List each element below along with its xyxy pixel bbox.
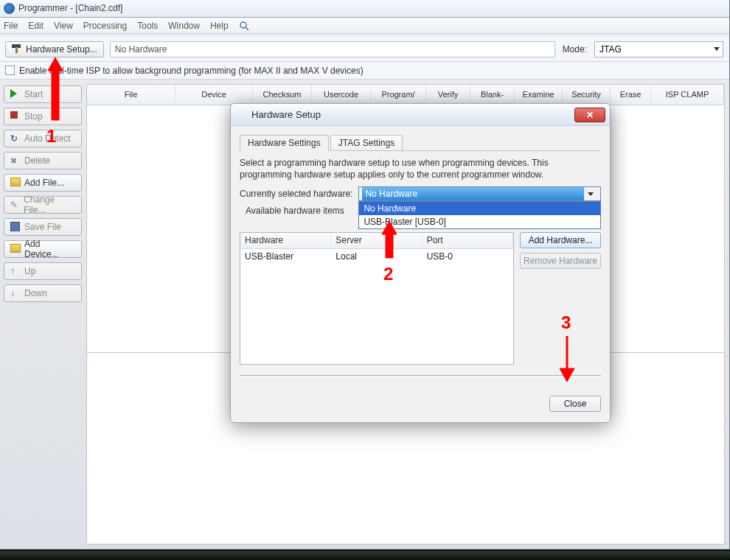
change-file-button[interactable]: Change File...: [4, 196, 82, 214]
menu-help[interactable]: Help: [210, 21, 229, 31]
search-icon[interactable]: [239, 21, 249, 31]
col-erase[interactable]: Erase: [611, 85, 651, 105]
dialog-titlebar[interactable]: Hardware Setup ✕: [231, 104, 610, 126]
edit-icon: [10, 200, 20, 210]
mode-label: Mode:: [561, 44, 588, 55]
folder-icon: [10, 244, 21, 254]
chevron-down-icon: [714, 47, 720, 51]
hardware-row[interactable]: USB-Blaster Local USB-0: [240, 249, 513, 264]
hardware-setup-button[interactable]: Hardware Setup...: [5, 41, 104, 57]
dropdown-option-usb-blaster[interactable]: USB-Blaster [USB-0]: [359, 215, 600, 228]
hardware-setup-dialog: Hardware Setup ✕ Hardware Settings JTAG …: [230, 103, 611, 423]
delete-button[interactable]: Delete: [4, 152, 82, 169]
col-file[interactable]: File: [87, 85, 175, 105]
selected-hardware-value: No Hardware: [365, 189, 417, 199]
start-button[interactable]: Start: [4, 85, 82, 103]
window-title: Programmer - [Chain2.cdf]: [18, 3, 122, 13]
dialog-title: Hardware Setup: [251, 109, 321, 120]
save-file-button[interactable]: Save File: [4, 218, 82, 236]
cell-hardware: USB-Blaster: [240, 249, 331, 264]
mode-select[interactable]: JTAG: [594, 41, 723, 57]
arrow-up-icon: [10, 266, 21, 276]
col-isp-clamp[interactable]: ISP CLAMP: [651, 85, 724, 105]
col-examine[interactable]: Examine: [515, 85, 563, 105]
grid-header: File Device Checksum Usercode Program/ V…: [87, 85, 724, 105]
delete-icon: [10, 155, 21, 166]
play-icon: [10, 89, 21, 99]
col-blank[interactable]: Blank-: [470, 85, 515, 105]
add-file-button[interactable]: Add File...: [4, 174, 82, 192]
up-button[interactable]: Up: [4, 262, 82, 280]
tab-hardware-settings[interactable]: Hardware Settings: [240, 135, 329, 151]
taskbar[interactable]: [0, 551, 730, 560]
cell-server: Local: [331, 249, 422, 264]
hardware-table-header: Hardware Server Port: [240, 233, 513, 249]
save-icon: [10, 222, 21, 232]
col-server[interactable]: Server: [331, 233, 422, 248]
dropdown-option-no-hardware[interactable]: No Hardware: [359, 202, 600, 215]
cell-port: USB-0: [423, 249, 513, 264]
menu-processing[interactable]: Processing: [83, 21, 127, 31]
hardware-setup-label: Hardware Setup...: [26, 44, 97, 55]
col-checksum[interactable]: Checksum: [253, 85, 312, 105]
titlebar: Programmer - [Chain2.cdf]: [0, 0, 729, 18]
col-security[interactable]: Security: [563, 85, 611, 105]
col-program[interactable]: Program/: [371, 85, 426, 105]
app-icon: [4, 3, 15, 14]
hardware-dropdown: No Hardware USB-Blaster [USB-0]: [358, 201, 601, 229]
hardware-display: No Hardware: [110, 41, 555, 57]
svg-line-1: [246, 27, 248, 30]
selected-hardware-label: Currently selected hardware:: [240, 189, 352, 199]
menu-file[interactable]: File: [4, 21, 18, 31]
add-device-button[interactable]: Add Device...: [4, 240, 82, 258]
tab-jtag-settings[interactable]: JTAG Settings: [330, 135, 403, 150]
col-hardware[interactable]: Hardware: [240, 233, 331, 248]
available-hardware-list[interactable]: Hardware Server Port USB-Blaster Local U…: [240, 232, 514, 365]
add-hardware-button[interactable]: Add Hardware...: [520, 232, 601, 248]
realtime-isp-checkbox[interactable]: [5, 66, 15, 75]
svg-point-0: [240, 22, 246, 28]
stop-icon: [10, 111, 21, 122]
auto-detect-button[interactable]: Auto Detect: [4, 130, 82, 147]
sidebar: Start Stop Auto Detect Delete Add File..…: [0, 80, 86, 549]
dialog-icon: [235, 109, 247, 121]
chevron-down-icon: [588, 192, 594, 196]
dialog-description: Select a programming hardware setup to u…: [240, 157, 601, 181]
down-button[interactable]: Down: [4, 284, 82, 302]
menu-window[interactable]: Window: [168, 21, 200, 31]
col-verify[interactable]: Verify: [426, 85, 470, 105]
mode-value: JTAG: [599, 44, 622, 55]
menu-view[interactable]: View: [54, 21, 73, 31]
hardware-toolbar: Hardware Setup... No Hardware Mode: JTAG: [0, 37, 729, 62]
dialog-close-ok-button[interactable]: Close: [549, 396, 601, 412]
arrow-down-icon: [10, 288, 21, 298]
close-icon: ✕: [586, 110, 594, 120]
stop-button[interactable]: Stop: [4, 108, 82, 125]
col-port[interactable]: Port: [423, 233, 513, 248]
dialog-tabs: Hardware Settings JTAG Settings: [240, 133, 601, 151]
col-device[interactable]: Device: [175, 85, 253, 105]
menu-tools[interactable]: Tools: [137, 21, 158, 31]
selected-hardware-combo[interactable]: No Hardware No Hardware USB-Blaster [USB…: [358, 186, 601, 201]
col-usercode[interactable]: Usercode: [312, 85, 371, 105]
auto-detect-icon: [10, 133, 21, 144]
menu-edit[interactable]: Edit: [28, 21, 44, 31]
dialog-close-button[interactable]: ✕: [574, 108, 605, 122]
menubar: File Edit View Processing Tools Window H…: [0, 18, 729, 34]
realtime-isp-row: Enable real-time ISP to allow background…: [0, 62, 729, 80]
folder-icon: [10, 178, 21, 188]
hammer-icon: [12, 44, 22, 55]
remove-hardware-button[interactable]: Remove Hardware: [520, 253, 601, 269]
realtime-isp-label: Enable real-time ISP to allow background…: [19, 66, 364, 76]
